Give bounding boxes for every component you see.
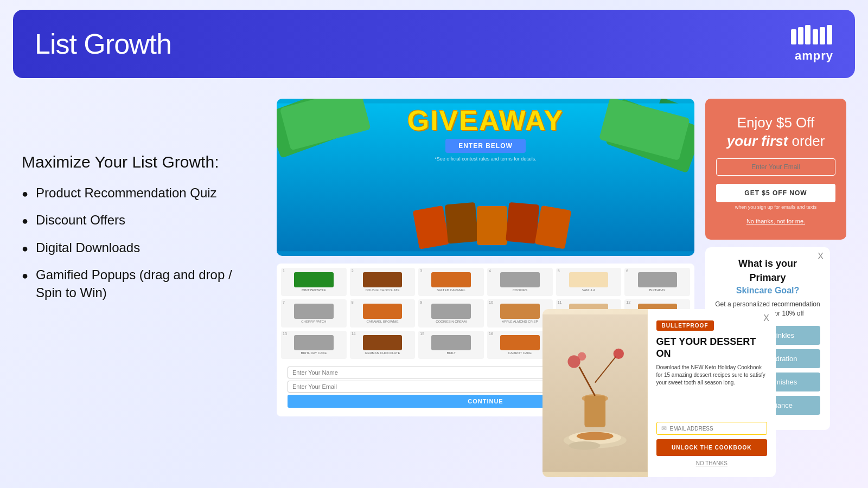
svg-point-27 — [569, 441, 600, 450]
svg-rect-3 — [813, 29, 818, 44]
product-cell-8: 8 CARAMEL BROWNIE — [350, 299, 416, 328]
product-cell-4: 4 COOKIES — [487, 268, 553, 296]
product-cell-9: 9 COOKIES N CREAM — [418, 299, 484, 328]
product-img-14 — [363, 335, 402, 351]
no-thanks-link[interactable]: No thanks, not for me. — [746, 218, 805, 224]
logo-text: ampry — [795, 49, 833, 63]
product-img-9 — [431, 304, 470, 319]
bulletproof-unlock-button[interactable]: UNLOCK THE COOKBOOK — [656, 439, 768, 456]
bullet-list: Product Recommendation Quiz Discount Off… — [22, 184, 260, 301]
bulletproof-close-button[interactable]: X — [763, 313, 769, 323]
product-img-5 — [569, 272, 608, 288]
product-img-16 — [500, 335, 539, 351]
product-row-1: 1 MINT BROWNIE 2 DOUBLE CHOCOLATE 3 SALT… — [281, 268, 690, 296]
bulletproof-image-side — [542, 309, 648, 477]
product-img-3 — [431, 272, 470, 288]
svg-rect-12 — [445, 202, 478, 244]
bullet-item-4: Gamified Popups (drag and drop / Spin to… — [22, 266, 260, 301]
discount-italic: your first — [727, 133, 788, 149]
product-cell-7: 7 CHERRY PATCH — [281, 299, 347, 328]
envelope-icon: ✉ — [661, 425, 667, 432]
food-image-svg — [542, 309, 648, 477]
product-cell-14: 14 GERMAN CHOCOLATE — [350, 331, 416, 359]
bulletproof-right-side: BULLETPROOF GET YOUR DESSERT ON Download… — [648, 309, 776, 477]
ampry-logo-icon — [790, 25, 833, 47]
svg-rect-4 — [820, 27, 825, 44]
product-cell-6: 6 BIRTHDAY — [624, 268, 690, 296]
svg-rect-0 — [791, 29, 796, 44]
bullet-item-3: Digital Downloads — [22, 239, 260, 256]
svg-rect-5 — [827, 25, 832, 44]
product-img-2 — [363, 272, 402, 288]
page-title: List Growth — [35, 28, 171, 60]
skincare-headline-line1: What is your — [715, 258, 820, 270]
bulletproof-popup: X — [542, 309, 776, 477]
product-cell-3: 3 SALTED CARAMEL — [418, 268, 484, 296]
discount-email-input[interactable] — [716, 158, 835, 176]
product-img-15 — [431, 335, 470, 351]
bulletproof-logo-badge: BULLETPROOF — [656, 320, 714, 331]
get-off-subtext: when you sign up for emails and texts — [716, 204, 835, 210]
product-img-13 — [294, 335, 333, 351]
bulletproof-email-input[interactable] — [670, 426, 763, 432]
svg-rect-14 — [506, 202, 539, 244]
svg-point-26 — [577, 432, 614, 440]
svg-rect-1 — [798, 27, 803, 44]
maximize-title: Maximize Your List Growth: — [22, 153, 260, 171]
product-img-4 — [500, 272, 539, 288]
product-img-8 — [363, 304, 402, 319]
skincare-close-button[interactable]: X — [818, 252, 824, 261]
svg-rect-13 — [477, 206, 507, 245]
product-cell-2: 2 DOUBLE CHOCOLATE — [350, 268, 416, 296]
product-cell-13: 13 BIRTHDAY CAKE — [281, 331, 347, 359]
bullet-item-1: Product Recommendation Quiz — [22, 184, 260, 202]
discount-card: Enjoy $5 Off your first order GET $5 OFF… — [705, 99, 846, 240]
bulletproof-no-thanks[interactable]: NO THANKS — [656, 460, 768, 466]
bullet-item-2: Discount Offers — [22, 211, 260, 229]
giveaway-title: GIVEAWAY — [407, 106, 564, 134]
product-img-7 — [294, 304, 333, 319]
header: List Growth ampry — [13, 10, 855, 78]
product-cell-5: 5 VANILLA — [556, 268, 622, 296]
svg-rect-2 — [805, 25, 810, 44]
logo-bars — [790, 25, 833, 47]
bulletproof-headline: GET YOUR DESSERT ON — [656, 336, 768, 359]
giveaway-enter-button[interactable]: ENTER BELOW — [445, 139, 526, 153]
get-off-button[interactable]: GET $5 OFF NOW — [716, 184, 835, 202]
svg-point-23 — [614, 349, 624, 359]
logo-area: ampry — [790, 25, 833, 63]
svg-rect-18 — [584, 396, 605, 427]
bulletproof-email-row: ✉ — [656, 422, 768, 435]
product-img-1 — [294, 272, 333, 288]
skincare-subheadline: Skincare Goal? — [715, 286, 820, 296]
bulletproof-description: Download the NEW Keto Holiday Cookbook f… — [656, 364, 768, 387]
giveaway-rules-text: *See official contest rules and terms fo… — [435, 156, 536, 162]
product-img-6 — [638, 272, 677, 288]
discount-title: Enjoy $5 Off your first order — [727, 114, 825, 151]
product-img-10 — [500, 304, 539, 319]
product-cell-15: 15 BUILT — [418, 331, 484, 359]
giveaway-card: GIVEAWAY ENTER BELOW *See official conte… — [277, 99, 694, 256]
skincare-headline-line2: Primary — [715, 272, 820, 284]
svg-point-22 — [578, 352, 586, 361]
left-column: Maximize Your List Growth: Product Recom… — [22, 99, 260, 488]
product-cell-1: 1 MINT BROWNIE — [281, 268, 347, 296]
